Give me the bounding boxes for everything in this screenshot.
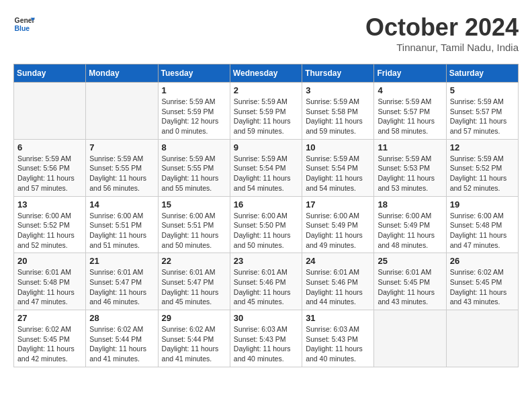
calendar-cell: 29Sunrise: 6:02 AM Sunset: 5:44 PM Dayli… [158,310,230,367]
calendar-cell: 25Sunrise: 6:01 AM Sunset: 5:45 PM Dayli… [374,253,446,310]
calendar-table: SundayMondayTuesdayWednesdayThursdayFrid… [13,64,519,367]
day-number: 14 [89,199,154,210]
day-info: Sunrise: 5:59 AM Sunset: 5:57 PM Dayligh… [450,97,515,136]
day-number: 2 [234,85,298,95]
week-row-3: 13Sunrise: 6:00 AM Sunset: 5:52 PM Dayli… [14,196,519,253]
day-number: 24 [306,256,370,266]
calendar-cell: 26Sunrise: 6:02 AM Sunset: 5:45 PM Dayli… [446,253,518,310]
day-number: 16 [234,199,298,210]
day-info: Sunrise: 6:00 AM Sunset: 5:52 PM Dayligh… [17,211,82,250]
day-info: Sunrise: 5:59 AM Sunset: 5:58 PM Dayligh… [306,97,370,136]
day-number: 1 [162,85,226,95]
calendar-cell: 16Sunrise: 6:00 AM Sunset: 5:50 PM Dayli… [230,196,302,253]
day-info: Sunrise: 5:59 AM Sunset: 5:53 PM Dayligh… [378,154,442,193]
day-number: 11 [378,142,442,152]
day-number: 21 [89,256,154,266]
header-saturday: Saturday [446,64,518,83]
day-info: Sunrise: 6:03 AM Sunset: 5:43 PM Dayligh… [234,324,298,364]
title-block: October 2024 Tinnanur, Tamil Nadu, India [365,13,519,53]
day-info: Sunrise: 5:59 AM Sunset: 5:59 PM Dayligh… [162,97,226,136]
header-row: SundayMondayTuesdayWednesdayThursdayFrid… [14,64,519,83]
calendar-cell: 8Sunrise: 5:59 AM Sunset: 5:55 PM Daylig… [158,139,230,196]
calendar-cell: 14Sunrise: 6:00 AM Sunset: 5:51 PM Dayli… [86,196,158,253]
day-number: 30 [234,313,298,323]
calendar-cell: 11Sunrise: 5:59 AM Sunset: 5:53 PM Dayli… [374,139,446,196]
calendar-cell: 9Sunrise: 5:59 AM Sunset: 5:54 PM Daylig… [230,139,302,196]
day-info: Sunrise: 6:01 AM Sunset: 5:47 PM Dayligh… [89,267,154,307]
day-info: Sunrise: 5:59 AM Sunset: 5:56 PM Dayligh… [17,154,82,193]
calendar-cell: 3Sunrise: 5:59 AM Sunset: 5:58 PM Daylig… [302,83,374,140]
day-number: 17 [306,199,370,210]
day-number: 13 [17,199,82,210]
header-monday: Monday [86,64,158,83]
calendar-cell: 2Sunrise: 5:59 AM Sunset: 5:59 PM Daylig… [230,83,302,140]
day-number: 19 [450,199,515,210]
calendar-cell: 10Sunrise: 5:59 AM Sunset: 5:54 PM Dayli… [302,139,374,196]
day-info: Sunrise: 6:02 AM Sunset: 5:45 PM Dayligh… [450,267,515,307]
calendar-cell: 1Sunrise: 5:59 AM Sunset: 5:59 PM Daylig… [158,83,230,140]
header-tuesday: Tuesday [158,64,230,83]
day-number: 20 [17,256,82,266]
day-info: Sunrise: 5:59 AM Sunset: 5:52 PM Dayligh… [450,154,515,193]
calendar-cell: 30Sunrise: 6:03 AM Sunset: 5:43 PM Dayli… [230,310,302,367]
day-number: 5 [450,85,515,95]
day-number: 10 [306,142,370,152]
calendar-cell [446,310,518,367]
header-friday: Friday [374,64,446,83]
month-title: October 2024 [365,13,519,42]
calendar-cell: 22Sunrise: 6:01 AM Sunset: 5:47 PM Dayli… [158,253,230,310]
calendar-cell: 27Sunrise: 6:02 AM Sunset: 5:45 PM Dayli… [14,310,86,367]
day-number: 12 [450,142,515,152]
day-info: Sunrise: 6:01 AM Sunset: 5:46 PM Dayligh… [234,267,298,307]
calendar-cell: 6Sunrise: 5:59 AM Sunset: 5:56 PM Daylig… [14,139,86,196]
day-number: 4 [378,85,442,95]
calendar-cell: 12Sunrise: 5:59 AM Sunset: 5:52 PM Dayli… [446,139,518,196]
calendar-cell: 17Sunrise: 6:00 AM Sunset: 5:49 PM Dayli… [302,196,374,253]
calendar-cell: 15Sunrise: 6:00 AM Sunset: 5:51 PM Dayli… [158,196,230,253]
svg-text:Blue: Blue [15,25,30,32]
day-info: Sunrise: 6:02 AM Sunset: 5:45 PM Dayligh… [17,324,82,364]
calendar-cell: 13Sunrise: 6:00 AM Sunset: 5:52 PM Dayli… [14,196,86,253]
day-info: Sunrise: 5:59 AM Sunset: 5:54 PM Dayligh… [306,154,370,193]
day-info: Sunrise: 6:00 AM Sunset: 5:51 PM Dayligh… [89,211,154,250]
day-info: Sunrise: 6:00 AM Sunset: 5:49 PM Dayligh… [378,211,442,250]
calendar-cell: 23Sunrise: 6:01 AM Sunset: 5:46 PM Dayli… [230,253,302,310]
day-info: Sunrise: 5:59 AM Sunset: 5:57 PM Dayligh… [378,97,442,136]
page-header: General Blue October 2024 Tinnanur, Tami… [13,13,519,53]
week-row-4: 20Sunrise: 6:01 AM Sunset: 5:48 PM Dayli… [14,253,519,310]
week-row-5: 27Sunrise: 6:02 AM Sunset: 5:45 PM Dayli… [14,310,519,367]
day-number: 26 [450,256,515,266]
day-info: Sunrise: 6:01 AM Sunset: 5:47 PM Dayligh… [162,267,226,307]
day-info: Sunrise: 6:01 AM Sunset: 5:45 PM Dayligh… [378,267,442,307]
day-info: Sunrise: 6:02 AM Sunset: 5:44 PM Dayligh… [89,324,154,364]
day-info: Sunrise: 6:02 AM Sunset: 5:44 PM Dayligh… [162,324,226,364]
week-row-1: 1Sunrise: 5:59 AM Sunset: 5:59 PM Daylig… [14,83,519,140]
calendar-cell [374,310,446,367]
day-info: Sunrise: 5:59 AM Sunset: 5:59 PM Dayligh… [234,97,298,136]
day-info: Sunrise: 5:59 AM Sunset: 5:55 PM Dayligh… [89,154,154,193]
day-info: Sunrise: 6:00 AM Sunset: 5:48 PM Dayligh… [450,211,515,250]
header-sunday: Sunday [14,64,86,83]
calendar-cell: 7Sunrise: 5:59 AM Sunset: 5:55 PM Daylig… [86,139,158,196]
day-number: 31 [306,313,370,323]
calendar-cell: 24Sunrise: 6:01 AM Sunset: 5:46 PM Dayli… [302,253,374,310]
calendar-cell: 20Sunrise: 6:01 AM Sunset: 5:48 PM Dayli… [14,253,86,310]
calendar-cell: 18Sunrise: 6:00 AM Sunset: 5:49 PM Dayli… [374,196,446,253]
calendar-cell: 28Sunrise: 6:02 AM Sunset: 5:44 PM Dayli… [86,310,158,367]
header-wednesday: Wednesday [230,64,302,83]
calendar-cell: 4Sunrise: 5:59 AM Sunset: 5:57 PM Daylig… [374,83,446,140]
day-number: 25 [378,256,442,266]
logo: General Blue [13,13,35,35]
calendar-cell [14,83,86,140]
day-number: 3 [306,85,370,95]
calendar-cell: 19Sunrise: 6:00 AM Sunset: 5:48 PM Dayli… [446,196,518,253]
day-info: Sunrise: 5:59 AM Sunset: 5:54 PM Dayligh… [234,154,298,193]
day-number: 22 [162,256,226,266]
day-info: Sunrise: 6:00 AM Sunset: 5:50 PM Dayligh… [234,211,298,250]
day-number: 8 [162,142,226,152]
day-number: 15 [162,199,226,210]
day-info: Sunrise: 6:03 AM Sunset: 5:43 PM Dayligh… [306,324,370,364]
location-subtitle: Tinnanur, Tamil Nadu, India [365,42,519,53]
day-number: 23 [234,256,298,266]
header-thursday: Thursday [302,64,374,83]
